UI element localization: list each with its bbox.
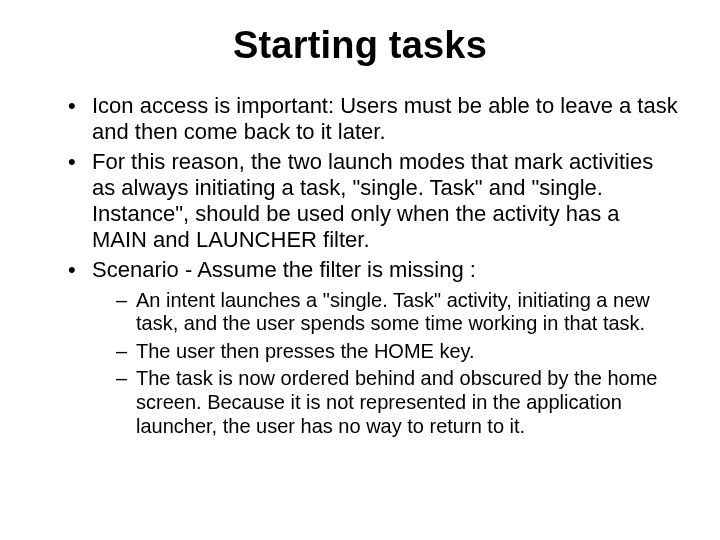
sub-bullet-text: The task is now ordered behind and obscu… [136, 367, 657, 436]
bullet-text: Scenario - Assume the filter is missing … [92, 257, 476, 282]
bullet-item: Icon access is important: Users must be … [68, 93, 680, 145]
sub-bullet-item: An intent launches a "single. Task" acti… [116, 289, 680, 336]
bullet-item: Scenario - Assume the filter is missing … [68, 257, 680, 439]
bullet-list: Icon access is important: Users must be … [68, 93, 680, 438]
slide-title: Starting tasks [40, 24, 680, 67]
bullet-text: Icon access is important: Users must be … [92, 93, 678, 144]
sub-bullet-text: An intent launches a "single. Task" acti… [136, 289, 650, 335]
sub-bullet-item: The task is now ordered behind and obscu… [116, 367, 680, 438]
bullet-item: For this reason, the two launch modes th… [68, 149, 680, 253]
bullet-text: For this reason, the two launch modes th… [92, 149, 653, 252]
sub-bullet-text: The user then presses the HOME key. [136, 340, 475, 362]
slide: Starting tasks Icon access is important:… [0, 0, 720, 540]
sub-bullet-list: An intent launches a "single. Task" acti… [116, 289, 680, 439]
sub-bullet-item: The user then presses the HOME key. [116, 340, 680, 364]
